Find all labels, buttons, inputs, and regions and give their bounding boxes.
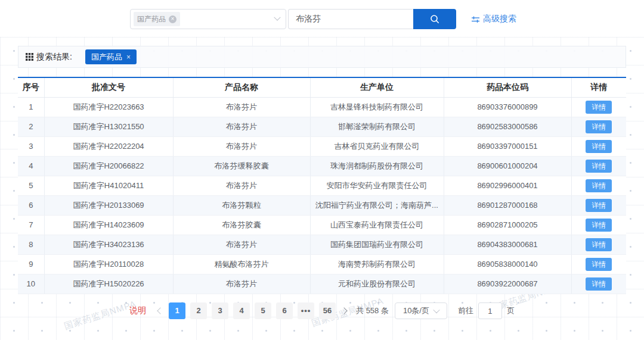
cell-index: 10: [18, 274, 44, 294]
chevron-down-icon: [274, 14, 280, 21]
cell-approval: 国药准字H20110028: [44, 254, 173, 274]
search-icon: [429, 14, 440, 24]
cell-product: 布洛芬片: [173, 176, 310, 195]
cell-approval: 国药准字H41020411: [44, 176, 173, 195]
cell-product: 精氨酸布洛芬片: [173, 254, 310, 274]
cell-index: 8: [18, 235, 44, 254]
page-button-5[interactable]: 5: [255, 302, 271, 319]
goto-page-group: 前往 页: [458, 302, 515, 319]
cell-index: 3: [18, 136, 44, 156]
category-tag-label: 国产药品: [137, 14, 166, 24]
sliders-icon: [471, 15, 480, 23]
cell-approval: 国药准字H22023663: [44, 97, 173, 117]
cell-product: 布洛芬胶囊: [173, 215, 310, 235]
cell-code: 86905838000140: [444, 254, 571, 274]
cell-index: 1: [18, 97, 44, 117]
detail-button[interactable]: 详情: [586, 238, 612, 251]
cell-manufacturer: 吉林显锋科技制药有限公司: [310, 97, 444, 117]
cell-code: 86902996000401: [444, 176, 571, 195]
table-row: 9 国药准字H20110028 精氨酸布洛芬片 海南赞邦制药有限公司 86905…: [18, 254, 626, 274]
page-button-2[interactable]: 2: [190, 302, 207, 319]
category-select[interactable]: 国产药品 ×: [130, 9, 286, 29]
table-row: 4 国药准字H20066822 布洛芬缓释胶囊 珠海润都制药股份有限公司 869…: [18, 156, 626, 176]
cell-code: 86902583000586: [444, 117, 571, 136]
cell-index: 5: [18, 176, 44, 195]
search-button[interactable]: [413, 9, 456, 29]
page-button-6[interactable]: 6: [276, 302, 293, 319]
cell-product: 布洛芬片: [173, 235, 310, 254]
cell-manufacturer: 元和药业股份有限公司: [310, 274, 444, 294]
cell-manufacturer: 国药集团国瑞药业有限公司: [310, 235, 444, 254]
header-detail: 详情: [571, 77, 626, 97]
next-page-button[interactable]: [338, 302, 350, 319]
table-row: 6 国药准字H20133069 布洛芬颗粒 沈阳福宁药业有限公司；海南葫芦...…: [18, 195, 626, 215]
detail-button[interactable]: 详情: [586, 101, 612, 114]
detail-button[interactable]: 详情: [586, 140, 612, 153]
results-bar: 搜索结果: 国产药品 ×: [18, 46, 626, 68]
grid-icon: [26, 53, 33, 61]
cell-approval: 国药准字H20133069: [44, 195, 173, 215]
tag-remove-icon[interactable]: ×: [126, 53, 131, 61]
page-size-select[interactable]: 10条/页: [395, 302, 447, 319]
cell-product: 布洛芬片: [173, 274, 310, 294]
header-approval: 批准文号: [44, 77, 173, 97]
cell-manufacturer: 安阳市华安药业有限责任公司: [310, 176, 444, 195]
advanced-search-label: 高级搜索: [483, 14, 516, 24]
cell-product: 布洛芬颗粒: [173, 195, 310, 215]
search-bar: 国产药品 × 高级搜索: [130, 9, 516, 29]
cell-product: 布洛芬缓释胶囊: [173, 156, 310, 176]
detail-button[interactable]: 详情: [586, 199, 612, 212]
table-row: 3 国药准字H22022204 布洛芬片 吉林省贝克药业有限公司 8690339…: [18, 136, 626, 156]
cell-index: 7: [18, 215, 44, 235]
cell-code: 86901287000168: [444, 195, 571, 215]
results-bar-label: 搜索结果:: [36, 52, 72, 63]
detail-button[interactable]: 详情: [586, 120, 612, 133]
table-row: 1 国药准字H22023663 布洛芬片 吉林显锋科技制药有限公司 869033…: [18, 97, 626, 117]
detail-button[interactable]: 详情: [586, 179, 612, 192]
results-filter-tag-label: 国产药品: [91, 52, 122, 63]
cell-code: 86904383000681: [444, 235, 571, 254]
total-count-label: 共 558 条: [356, 305, 389, 316]
cell-index: 2: [18, 117, 44, 136]
cell-approval: 国药准字H15020226: [44, 274, 173, 294]
cell-code: 86902871000205: [444, 215, 571, 235]
cell-manufacturer: 邯郸滏荣制药有限公司: [310, 117, 444, 136]
cell-approval: 国药准字H14023609: [44, 215, 173, 235]
note-link[interactable]: 说明: [129, 305, 146, 316]
goto-page-input[interactable]: [478, 302, 502, 319]
table-row: 10 国药准字H15020226 布洛芬片 元和药业股份有限公司 8690392…: [18, 274, 626, 294]
table-header-row: 序号 批准文号 产品名称 生产单位 药品本位码 详情: [18, 77, 626, 97]
cell-code: 86903376000899: [444, 97, 571, 117]
goto-prefix-label: 前往: [458, 305, 473, 316]
chevron-right-icon: [340, 307, 347, 314]
results-table: 序号 批准文号 产品名称 生产单位 药品本位码 详情 1 国药准字H220236…: [18, 77, 626, 294]
cell-product: 布洛芬片: [173, 97, 310, 117]
more-pages-button[interactable]: •••: [298, 302, 314, 319]
detail-button[interactable]: 详情: [586, 258, 612, 271]
page-button-4[interactable]: 4: [233, 302, 250, 319]
table-row: 7 国药准字H14023609 布洛芬胶囊 山西宝泰药业有限责任公司 86902…: [18, 215, 626, 235]
advanced-search-link[interactable]: 高级搜索: [471, 9, 516, 29]
page-button-56[interactable]: 56: [319, 302, 336, 319]
tag-close-icon[interactable]: ×: [169, 15, 177, 23]
prev-page-button[interactable]: [154, 302, 166, 319]
page-button-3[interactable]: 3: [212, 302, 228, 319]
results-filter-tag[interactable]: 国产药品 ×: [85, 49, 137, 64]
chevron-down-icon: [433, 307, 439, 313]
detail-button[interactable]: 详情: [586, 219, 612, 232]
header-manufacturer: 生产单位: [310, 77, 444, 97]
page-button-1[interactable]: 1: [169, 302, 185, 319]
table-row: 8 国药准字H34023136 布洛芬片 国药集团国瑞药业有限公司 869043…: [18, 235, 626, 254]
cell-manufacturer: 珠海润都制药股份有限公司: [310, 156, 444, 176]
cell-code: 86900601000204: [444, 156, 571, 176]
detail-button[interactable]: 详情: [586, 160, 612, 173]
chevron-left-icon: [157, 307, 163, 314]
cell-product: 布洛芬片: [173, 117, 310, 136]
header-index: 序号: [18, 77, 44, 97]
cell-index: 9: [18, 254, 44, 274]
keyword-group: [288, 9, 456, 29]
search-input[interactable]: [288, 9, 413, 29]
pagination: 说明 1 2 3 4 5 6 ••• 56 共 558 条 10条/页 前往 页: [0, 302, 644, 319]
detail-button[interactable]: 详情: [586, 277, 612, 291]
header-product: 产品名称: [173, 77, 310, 97]
